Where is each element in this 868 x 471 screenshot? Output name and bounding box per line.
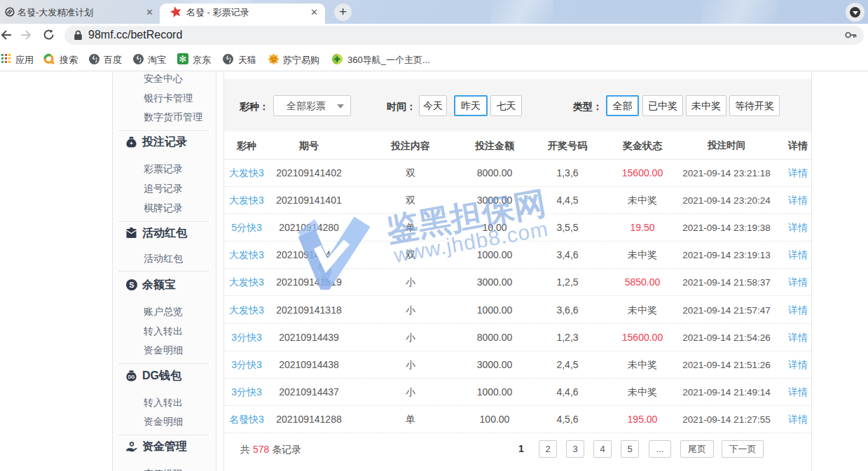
svg-text:✻: ✻ bbox=[179, 54, 187, 64]
svg-text:S: S bbox=[129, 281, 134, 289]
svg-text:DG: DG bbox=[128, 374, 135, 379]
